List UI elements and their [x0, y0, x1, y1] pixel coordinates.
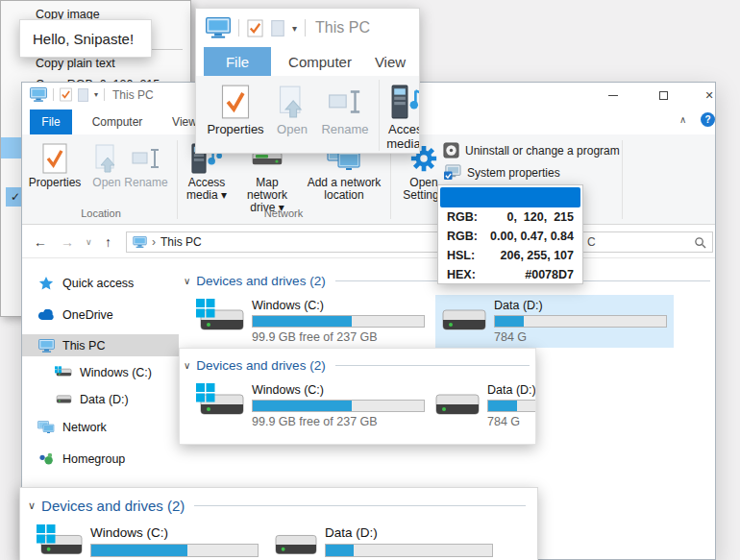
group-label-location: Location	[32, 207, 170, 219]
cloud-icon	[37, 309, 55, 321]
access-media-button: Access media ▾	[384, 82, 420, 151]
star-icon	[37, 276, 55, 291]
system-properties-icon	[443, 164, 461, 181]
open-button[interactable]: Open	[89, 140, 124, 189]
sidebar-item-data-d[interactable]: Data (D:)	[22, 388, 179, 410]
sidebar-item-network[interactable]: Network	[22, 416, 179, 438]
rename-button[interactable]: Rename	[124, 140, 168, 189]
properties-label: Properties	[207, 122, 263, 136]
sidebar-label: Homegroup	[62, 452, 125, 466]
color-row-hex: HEX: #0078D7	[440, 265, 580, 284]
up-icon[interactable]: ↑	[105, 226, 111, 258]
capacity-bar	[325, 544, 493, 557]
color-row-rgb-normalized: RGB: 0.00, 0.47, 0.84	[440, 227, 580, 246]
pasted-snip-hello[interactable]: Hello, Snipaste!	[19, 19, 152, 58]
tab-view: View	[367, 47, 413, 76]
sidebar-label: OneDrive	[62, 308, 113, 322]
rename-label: Rename	[321, 122, 368, 136]
uninstall-program-label: Uninstall or change a program	[465, 144, 620, 158]
color-row-value: 0.00, 0.47, 0.84	[490, 230, 574, 243]
tab-file: File	[204, 47, 271, 76]
access-media-label-2: media ▾	[186, 189, 227, 202]
collapse-ribbon-icon[interactable]: ∧	[679, 114, 686, 125]
rename-icon	[328, 82, 362, 122]
drive-free-space: 784 G	[494, 330, 667, 344]
blank-doc-icon[interactable]	[78, 88, 88, 102]
ribbon-divider	[379, 80, 380, 151]
tab-computer[interactable]: Computer	[80, 110, 155, 134]
drive-tile-windows-c[interactable]: Windows (C:) 99.9 GB free of 237 GB	[193, 295, 432, 348]
breadcrumb-separator: ›	[152, 235, 156, 249]
access-media-label-2: media ▾	[386, 136, 420, 151]
color-row-value: 0, 120, 215	[506, 210, 574, 224]
section-rule	[194, 505, 526, 506]
section-title: Devices and drives (2)	[41, 498, 185, 514]
open-icon	[95, 140, 118, 177]
search-text: C	[587, 235, 596, 249]
uninstall-program-button[interactable]: Uninstall or change a program	[443, 142, 620, 158]
maximize-button[interactable]	[649, 85, 678, 106]
qat-dropdown-icon[interactable]: ▾	[94, 90, 98, 99]
color-row-rgb: RGB: 0, 120, 215	[440, 207, 580, 227]
drive-icon	[274, 524, 318, 560]
add-network-location-label-2: location	[324, 189, 363, 202]
open-label: Open	[92, 177, 120, 189]
color-row-value: #0078D7	[525, 268, 574, 281]
pasted-snip-titlebar[interactable]: ▾ This PC File Computer View Properties …	[195, 8, 420, 154]
windows-drive-icon	[199, 299, 245, 341]
sidebar-item-homegroup[interactable]: Homegroup	[22, 448, 179, 470]
sidebar-item-this-pc[interactable]: This PC	[22, 334, 179, 356]
drive-name: Data (D:)	[325, 524, 493, 542]
divider	[104, 88, 105, 101]
collapse-section-icon[interactable]: ∨	[184, 276, 190, 286]
properties-button[interactable]: Properties	[32, 140, 78, 189]
minimize-button[interactable]	[599, 85, 628, 106]
rename-button: Rename	[317, 82, 373, 136]
color-row-label: RGB:	[447, 230, 478, 243]
sidebar-item-quick-access[interactable]: Quick access	[22, 272, 179, 294]
divider	[305, 19, 306, 37]
drive-name: Data (D:)	[487, 383, 536, 398]
drive-name: Windows (C:)	[252, 299, 425, 313]
capacity-bar	[494, 315, 667, 328]
ribbon: Properties Open Rename Access media ▾	[196, 76, 419, 154]
pasted-snip-drives-large[interactable]: ∨ Devices and drives (2) Windows (C:) 99…	[19, 487, 538, 560]
sidebar-label: Quick access	[62, 277, 134, 290]
search-icon[interactable]	[694, 236, 706, 249]
open-icon	[279, 82, 306, 122]
drive-free-space: 784 G	[487, 415, 536, 428]
ribbon-tab-row: File Computer View	[196, 47, 419, 76]
drive-icon	[441, 299, 487, 341]
qat-dropdown-icon: ▾	[292, 23, 297, 34]
pasted-snip-drives[interactable]: ∨ Devices and drives (2) Windows (C:) 99…	[179, 348, 536, 445]
homegroup-icon	[37, 452, 55, 466]
drive-free-space: 99.9 GB free of 237 GB	[252, 415, 425, 428]
sidebar-label: Windows (C:)	[80, 366, 152, 379]
tab-file[interactable]: File	[30, 110, 72, 134]
rename-icon	[132, 140, 160, 177]
color-row-label: HEX:	[447, 268, 476, 281]
drive-tile-data-d[interactable]: Data (D:) 784 G	[435, 295, 674, 348]
properties-button: Properties	[206, 82, 265, 136]
close-button[interactable]: ✕	[695, 85, 724, 106]
properties-qat-icon[interactable]	[60, 87, 72, 102]
system-properties-button[interactable]: System properties	[443, 164, 560, 181]
breadcrumb[interactable]: This PC	[160, 235, 202, 249]
window-title: This PC	[315, 19, 370, 37]
drive-tile-data-d: Data (D:) 784 G	[272, 521, 503, 560]
history-chevron-icon[interactable]: ∨	[86, 226, 92, 258]
drive-tile-windows-c: Windows (C:) 99.9 GB free of 237 GB	[193, 379, 425, 432]
back-icon[interactable]: ←	[34, 226, 47, 258]
group-label-network: Network	[182, 207, 385, 219]
section-title: Devices and drives (2)	[196, 358, 325, 373]
sidebar-item-windows-c[interactable]: Windows (C:)	[22, 361, 179, 383]
address-computer-icon	[133, 236, 147, 248]
help-icon[interactable]: ?	[701, 112, 715, 127]
forward-icon[interactable]: →	[61, 226, 74, 258]
sidebar-item-onedrive[interactable]: OneDrive	[22, 304, 179, 326]
search-input[interactable]: C	[580, 231, 713, 253]
properties-label: Properties	[29, 177, 82, 189]
open-button: Open	[271, 82, 313, 136]
color-row-label: RGB:	[447, 210, 478, 224]
color-info-panel[interactable]: RGB: 0, 120, 215 RGB: 0.00, 0.47, 0.84 H…	[437, 184, 583, 284]
